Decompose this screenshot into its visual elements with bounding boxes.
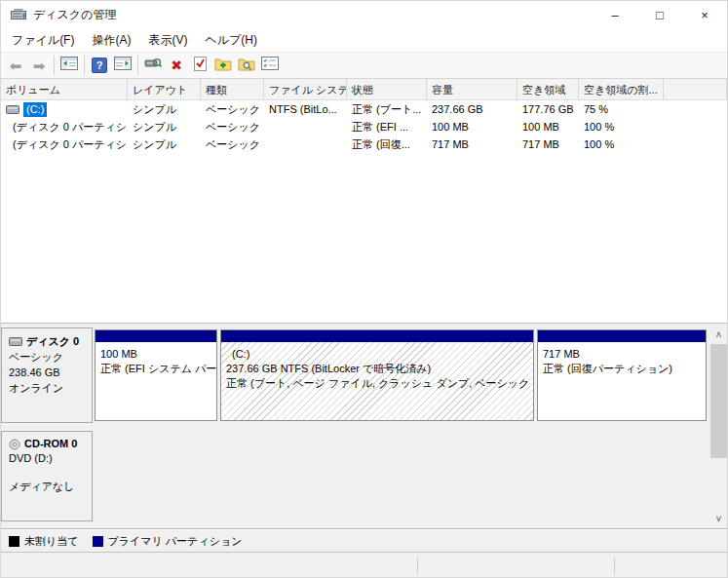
check-list-button[interactable] xyxy=(188,54,211,77)
partition-status: 正常 (EFI システム パー xyxy=(100,362,211,376)
toolbar-separator xyxy=(54,56,55,75)
free-cell: 177.76 GB xyxy=(517,103,579,115)
disk0-name: ディスク 0 xyxy=(26,333,79,349)
volume-row-c[interactable]: (C:) シンプル ベーシック NTFS (BitLo... 正常 (ブート..… xyxy=(1,100,727,118)
disk0-status: オンライン xyxy=(9,380,92,396)
help-button[interactable]: ? xyxy=(88,54,111,77)
volume-list-header: ボリューム レイアウト 種類 ファイル システム 状態 容量 空き領域 空き領域… xyxy=(1,79,727,100)
statusbar-separator xyxy=(614,558,615,574)
disk0-info-cell[interactable]: ディスク 0 ベーシック 238.46 GB オンライン xyxy=(1,328,93,423)
type-cell: ベーシック xyxy=(201,137,264,152)
cdrom-drive: DVD (D:) xyxy=(9,451,92,466)
graph-pane-scrollbar[interactable]: ˄ ˅ xyxy=(710,327,727,527)
legend-bar: 未割り当て プライマリ パーティション xyxy=(1,530,727,553)
statusbar-separator xyxy=(417,558,418,574)
close-button[interactable]: × xyxy=(682,1,727,28)
menu-action[interactable]: 操作(A) xyxy=(83,28,139,53)
properties-list-icon xyxy=(261,57,279,74)
capacity-cell: 237.66 GB xyxy=(427,103,517,115)
delete-button[interactable]: ✖ xyxy=(165,54,188,77)
disk0-size: 238.46 GB xyxy=(9,365,92,380)
status-cell: 正常 (回復... xyxy=(347,137,427,152)
type-cell: ベーシック xyxy=(201,120,264,135)
column-header-layout[interactable]: レイアウト xyxy=(128,79,201,99)
layout-cell: シンプル xyxy=(128,102,201,117)
column-header-capacity[interactable]: 容量 xyxy=(427,79,517,99)
app-icon xyxy=(11,9,26,21)
forward-arrow-icon: ➡ xyxy=(33,58,46,73)
column-header-free[interactable]: 空き領域 xyxy=(517,79,579,99)
partition-status: 正常 (ブート, ページ ファイル, クラッシュ ダンプ, ベーシック データ … xyxy=(226,376,528,391)
preview-button[interactable] xyxy=(141,54,165,77)
status-cell: 正常 (EFI ... xyxy=(347,120,427,135)
disk0-partitions: 100 MB 正常 (EFI システム パー (C:) 237.66 GB NT… xyxy=(95,328,707,423)
legend-label: プライマリ パーティション xyxy=(108,534,243,549)
volume-row-efi[interactable]: (ディスク 0 パーティシ... シンプル ベーシック 正常 (EFI ... … xyxy=(1,118,727,135)
type-cell: ベーシック xyxy=(201,102,264,117)
show-action-pane-button[interactable] xyxy=(111,54,134,77)
free-cell: 100 MB xyxy=(517,121,579,133)
volume-cell: (ディスク 0 パーティシ... xyxy=(1,137,128,152)
properties-button[interactable] xyxy=(258,54,282,77)
back-arrow-icon: ⬅ xyxy=(10,58,22,73)
console-tree-icon xyxy=(60,57,78,74)
scroll-up-button[interactable]: ˄ xyxy=(710,327,727,343)
partition-size: 717 MB xyxy=(543,347,701,362)
disk0-row: ディスク 0 ベーシック 238.46 GB オンライン 100 MB 正常 (… xyxy=(1,328,707,423)
toolbar-separator xyxy=(137,56,138,75)
legend-primary-partition: プライマリ パーティション xyxy=(93,534,243,549)
toolbar-separator xyxy=(84,56,85,75)
partition-status: 正常 (回復パーティション) xyxy=(543,362,701,376)
back-button[interactable]: ⬅ xyxy=(4,54,27,77)
partition-recovery[interactable]: 717 MB 正常 (回復パーティション) xyxy=(537,329,707,421)
volume-row-recovery[interactable]: (ディスク 0 パーティシ... シンプル ベーシック 正常 (回復... 71… xyxy=(1,135,727,153)
volume-cell: (ディスク 0 パーティシ... xyxy=(1,120,128,135)
title-bar: ディスクの管理 – □ × xyxy=(1,1,727,28)
folder-up-button[interactable] xyxy=(211,54,235,77)
layout-cell: シンプル xyxy=(128,120,201,135)
partition-text: 717 MB 正常 (回復パーティション) xyxy=(538,342,706,376)
status-bar xyxy=(1,553,727,578)
partition-c-selected[interactable]: (C:) 237.66 GB NTFS (BitLocker で暗号化済み) 正… xyxy=(220,329,534,421)
cdrom-media-status: メディアなし xyxy=(9,480,92,494)
maximize-button[interactable]: □ xyxy=(637,1,682,28)
scroll-thumb[interactable] xyxy=(710,344,727,458)
column-header-volume[interactable]: ボリューム xyxy=(1,79,128,99)
menu-view[interactable]: 表示(V) xyxy=(139,28,196,53)
forward-button[interactable]: ➡ xyxy=(27,54,51,77)
legend-label: 未割り当て xyxy=(24,534,79,549)
menu-bar: ファイル(F) 操作(A) 表示(V) ヘルプ(H) xyxy=(1,28,727,52)
disk0-kind: ベーシック xyxy=(9,349,92,365)
partition-efi[interactable]: 100 MB 正常 (EFI システム パー xyxy=(95,329,217,421)
partition-text: 100 MB 正常 (EFI システム パー xyxy=(96,342,216,376)
scroll-down-button[interactable]: ˅ xyxy=(710,511,727,527)
column-header-type[interactable]: 種類 xyxy=(201,79,264,99)
menu-file[interactable]: ファイル(F) xyxy=(3,28,83,53)
partition-type-strip xyxy=(538,330,706,342)
free-pct-cell: 100 % xyxy=(579,138,664,150)
cdrom-info-cell[interactable]: CD-ROM 0 DVD (D:) メディアなし xyxy=(1,431,93,521)
help-icon: ? xyxy=(92,58,107,73)
menu-help[interactable]: ヘルプ(H) xyxy=(196,28,266,53)
filesystem-cell: NTFS (BitLo... xyxy=(264,103,347,115)
volume-cell: (C:) xyxy=(1,102,128,117)
column-header-free-pct[interactable]: 空き領域の割... xyxy=(579,79,664,99)
column-header-filesystem[interactable]: ファイル システム xyxy=(264,79,347,99)
delete-x-icon: ✖ xyxy=(171,58,182,72)
legend-unallocated: 未割り当て xyxy=(9,534,79,549)
partition-name: (C:) xyxy=(226,347,528,362)
partition-type-strip xyxy=(96,330,216,342)
check-document-icon xyxy=(193,56,208,76)
cdrom-name-line: CD-ROM 0 xyxy=(9,437,92,451)
column-header-blank xyxy=(664,79,727,99)
partition-type-strip xyxy=(221,330,533,342)
disk0-name-line: ディスク 0 xyxy=(9,333,92,349)
folder-search-button[interactable] xyxy=(235,54,258,77)
minimize-button[interactable]: – xyxy=(593,1,637,28)
show-console-tree-button[interactable] xyxy=(57,54,81,77)
volume-name: (ディスク 0 パーティシ... xyxy=(10,120,128,135)
column-header-status[interactable]: 状態 xyxy=(347,79,427,99)
window-title: ディスクの管理 xyxy=(33,7,116,23)
partition-size: 100 MB xyxy=(100,347,211,362)
folder-up-icon xyxy=(214,57,232,75)
